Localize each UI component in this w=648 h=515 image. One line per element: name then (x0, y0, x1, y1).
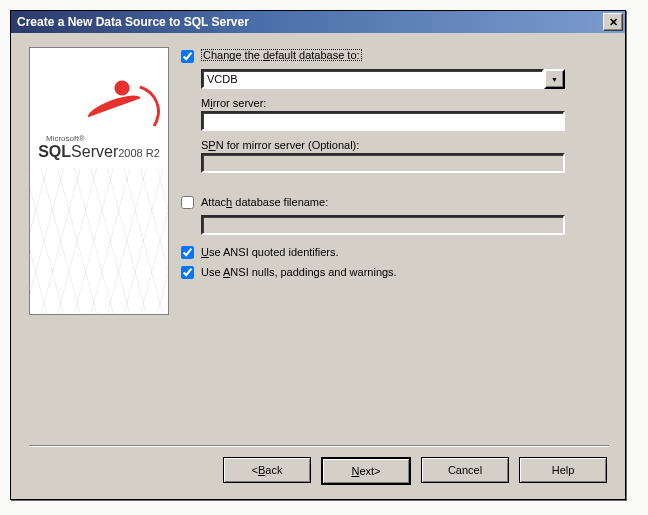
logo-version: 2008 R2 (118, 147, 160, 159)
next-button[interactable]: Next > (321, 457, 411, 485)
ansi-quoted-identifiers-checkbox[interactable] (181, 246, 194, 259)
close-icon: ✕ (609, 16, 618, 29)
back-button[interactable]: < Back (223, 457, 311, 483)
logo-product-word: Server (71, 143, 118, 160)
separator (29, 445, 609, 447)
mirror-server-input[interactable] (201, 111, 565, 131)
ansi-nulls-checkbox[interactable] (181, 266, 194, 279)
attach-db-filename-checkbox[interactable] (181, 196, 194, 209)
change-default-db-label[interactable]: Change the default database to: (201, 49, 362, 61)
mirror-spn-input (201, 153, 565, 173)
default-db-value[interactable]: VCDB (201, 69, 544, 89)
mirror-spn-label: SPN for mirror server (Optional): (201, 139, 609, 151)
wizard-sidebar-image: Microsoft® SQLServer2008 R2 (29, 47, 169, 315)
client-area: Microsoft® SQLServer2008 R2 Change the (11, 33, 625, 499)
help-button[interactable]: Help (519, 457, 607, 483)
cancel-button[interactable]: Cancel (421, 457, 509, 483)
titlebar[interactable]: Create a New Data Source to SQL Server ✕ (11, 11, 625, 33)
odbc-sql-server-wizard-dialog: Create a New Data Source to SQL Server ✕… (10, 10, 626, 500)
ansi-nulls-label[interactable]: Use ANSI nulls, paddings and warnings. (201, 265, 397, 278)
wizard-buttons: < Back Next > Cancel Help (29, 457, 609, 485)
close-button[interactable]: ✕ (603, 13, 623, 31)
ansi-quoted-identifiers-label[interactable]: Use ANSI quoted identifiers. (201, 245, 339, 258)
chevron-down-icon: ▼ (551, 76, 558, 83)
logo-product-prefix: SQL (38, 143, 71, 160)
mirror-server-label: Mirror server: (201, 97, 609, 109)
default-db-dropdown-button[interactable]: ▼ (544, 69, 565, 89)
default-db-combobox[interactable]: VCDB ▼ (201, 69, 565, 89)
change-default-db-checkbox[interactable] (181, 50, 194, 63)
window-title: Create a New Data Source to SQL Server (17, 15, 249, 29)
attach-db-filename-label[interactable]: Attach database filename: (201, 195, 328, 208)
logo-vendor: Microsoft® (30, 134, 168, 143)
form-area: Change the default database to: VCDB ▼ M… (169, 47, 609, 431)
attach-db-filename-input (201, 215, 565, 235)
